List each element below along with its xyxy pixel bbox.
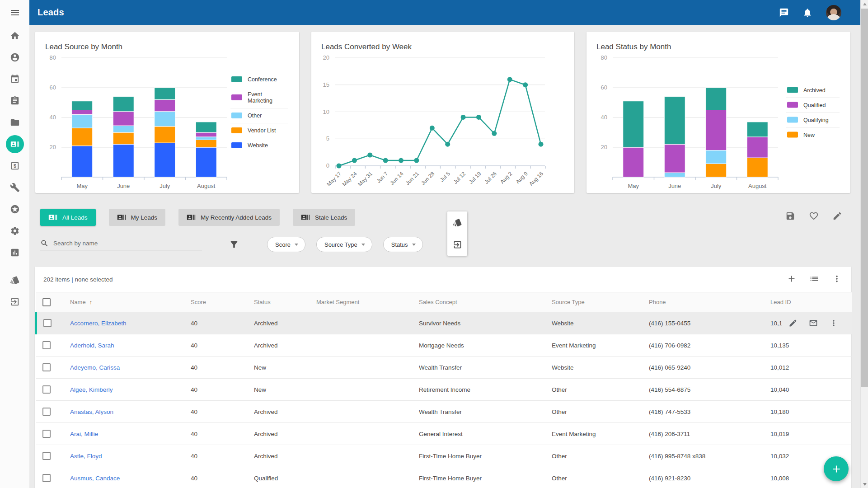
leads-table: Name↑ScoreStatusMarket SegmentSales Conc… (35, 292, 852, 488)
dropdown-label: Source Type (324, 241, 357, 248)
dropdown-label: Score (275, 241, 291, 248)
exit-icon[interactable] (453, 240, 462, 249)
favorite-icon[interactable] (809, 211, 819, 221)
row-checkbox[interactable] (42, 385, 51, 394)
legend-chip (787, 87, 798, 93)
scroll-down-button[interactable] (861, 480, 868, 488)
dropdown-source-type[interactable]: Source Type (316, 237, 372, 252)
favorites-icon (10, 204, 20, 214)
edit-icon[interactable] (832, 211, 842, 221)
filter-funnel-icon[interactable] (229, 239, 239, 249)
view-button-my-recently-added-leads[interactable]: My Recently Added Leads (178, 209, 280, 226)
column-header-phone[interactable]: Phone (649, 292, 770, 312)
column-header-score[interactable]: Score (191, 292, 254, 312)
email-icon[interactable] (809, 319, 818, 328)
table-row[interactable]: Accornero, Elizabeth40ArchivedSurvivor N… (36, 312, 852, 334)
lead-name-link[interactable]: Astle, Floyd (70, 453, 102, 460)
main-content: Lead Source by Month 20406080MayJuneJuly… (29, 25, 860, 488)
sidebar-item-billing[interactable]: $ (0, 155, 29, 177)
lead-name-link[interactable]: Algee, Kimberly (70, 386, 113, 393)
sidebar-item-tags[interactable] (0, 269, 29, 291)
view-button-all-leads[interactable]: All Leads (40, 209, 96, 226)
cell-sales-concept: Mortgage Needs (419, 334, 552, 357)
legend-chip (787, 102, 798, 108)
row-checkbox[interactable] (43, 319, 52, 327)
search-input[interactable] (53, 240, 189, 247)
legend-item: Other (230, 108, 288, 123)
table-row[interactable]: Astle, Floyd40ArchivedFirst-Time Home Bu… (36, 445, 852, 467)
sidebar-item-documents[interactable] (0, 112, 29, 133)
lead-name-link[interactable]: Anastas, Alyson (70, 408, 113, 415)
more-icon[interactable] (832, 274, 842, 284)
topbar-actions (779, 5, 841, 20)
edit-icon[interactable] (788, 319, 798, 328)
column-header-sales-concept[interactable]: Sales Concept (419, 292, 552, 312)
lead-name-link[interactable]: Aderhold, Sarah (70, 342, 114, 349)
table-row[interactable]: Aderhold, Sarah40ArchivedMortgage NeedsE… (36, 334, 852, 357)
sidebar-item-favorites[interactable] (0, 198, 29, 220)
menu-button[interactable] (0, 0, 29, 25)
table-row[interactable]: Algee, Kimberly40NewRetirement IncomeOth… (36, 379, 852, 401)
scroll-up-button[interactable] (861, 0, 868, 8)
add-lead-fab[interactable] (824, 456, 849, 481)
user-avatar[interactable] (826, 5, 841, 20)
row-checkbox[interactable] (42, 363, 51, 371)
row-checkbox[interactable] (42, 408, 51, 416)
sidebar-item-calendar[interactable] (0, 68, 29, 90)
list-icon[interactable] (809, 274, 819, 284)
dropdown-status[interactable]: Status (383, 237, 423, 252)
row-checkbox[interactable] (42, 341, 51, 349)
view-button-my-leads[interactable]: My Leads (109, 209, 166, 226)
view-button-stale-leads[interactable]: Stale Leads (293, 209, 355, 226)
cell-lead-id: 10,040 (770, 379, 852, 401)
table-row[interactable]: Adeyemo, Carissa40NewWealth TransferWebs… (36, 357, 852, 379)
column-header-source-type[interactable]: Source Type (552, 292, 649, 312)
save-icon[interactable] (785, 211, 795, 221)
sidebar-item-home[interactable] (0, 25, 29, 47)
add-icon[interactable] (787, 274, 797, 284)
select-all-checkbox[interactable] (42, 298, 51, 306)
sidebar-item-reports[interactable] (0, 242, 29, 263)
svg-text:60: 60 (50, 84, 56, 91)
lead-name-link[interactable]: Accornero, Elizabeth (70, 320, 127, 327)
scrollbar-thumb[interactable] (861, 9, 868, 387)
dropdown-score[interactable]: Score (267, 237, 305, 252)
cell-market-segment (316, 401, 419, 423)
row-checkbox[interactable] (42, 430, 51, 438)
lead-name-link[interactable]: Ausmus, Candace (70, 475, 120, 482)
sidebar-item-settings[interactable] (0, 220, 29, 242)
row-checkbox[interactable] (42, 474, 51, 482)
home-icon (10, 31, 20, 41)
column-header-lead-id[interactable]: Lead ID (770, 292, 852, 312)
cell-phone: (416) 995-8748 x838 (649, 445, 770, 467)
sidebar-item-leads[interactable] (0, 133, 29, 155)
lead-name-link[interactable]: Arai, Millie (70, 431, 98, 437)
chat-icon[interactable] (779, 8, 789, 18)
sidebar-item-account[interactable] (0, 47, 29, 68)
view-button-label: My Leads (131, 214, 158, 221)
table-row[interactable]: Arai, Millie40ArchivedGeneral InterestEv… (36, 423, 852, 445)
cell-market-segment (316, 445, 419, 467)
tags-icon[interactable] (453, 218, 462, 227)
sidebar-item-tools[interactable] (0, 177, 29, 198)
lead-name-link[interactable]: Adeyemo, Carissa (70, 364, 120, 371)
cell-status: Archived (254, 334, 316, 357)
svg-text:20: 20 (601, 144, 607, 150)
lead-view-buttons: All LeadsMy LeadsMy Recently Added Leads… (40, 209, 355, 226)
row-checkbox[interactable] (42, 452, 51, 460)
chart-card-lead-source: Lead Source by Month 20406080MayJuneJuly… (35, 32, 299, 193)
column-header-name[interactable]: Name↑ (70, 292, 191, 312)
column-header-status[interactable]: Status (254, 292, 316, 312)
table-row[interactable]: Ausmus, Candace40QualifiedFirst-Time Hom… (36, 467, 852, 488)
calendar-icon (10, 74, 20, 84)
notifications-icon[interactable] (802, 8, 812, 18)
table-row[interactable]: Anastas, Alyson40ArchivedWealth Transfer… (36, 401, 852, 423)
more-icon[interactable] (829, 319, 838, 328)
cell-source-type: Website (552, 357, 649, 379)
column-header-market-segment[interactable]: Market Segment (316, 292, 419, 312)
scroll-up-icon (863, 3, 867, 5)
column-header-label: Status (254, 299, 271, 305)
sidebar-item-tasks[interactable] (0, 90, 29, 112)
sidebar-item-exit[interactable] (0, 291, 29, 313)
page-scrollbar[interactable] (860, 0, 868, 488)
